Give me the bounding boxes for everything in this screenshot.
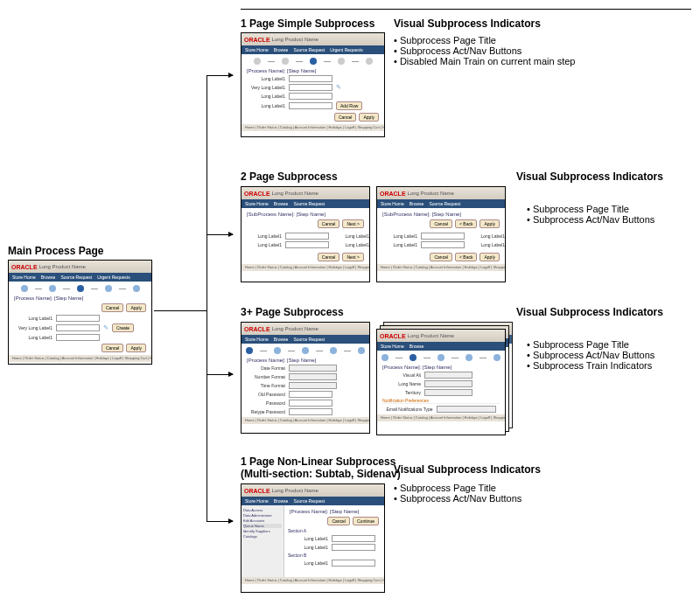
text-input[interactable] — [56, 324, 100, 331]
product-name: Long Product Name — [39, 264, 86, 269]
section-4-title: 1 Page Non-Linear Subprocess — [241, 456, 396, 468]
sidenav-item[interactable]: Data Access — [243, 508, 282, 512]
cancel-button[interactable]: Cancel — [102, 303, 124, 312]
section-4-subtitle: (Multi-section: Subtab, Sidenav) — [241, 468, 401, 480]
section-2-title: 2 Page Subprocess — [241, 170, 338, 183]
sidenav-item[interactable]: Edit Accounts — [243, 518, 282, 523]
arrow-to-s3 — [206, 374, 233, 375]
vsi-title-1: Visual Subprocess Indicators — [394, 17, 541, 30]
addrow-button[interactable]: Add Row — [336, 101, 362, 110]
sidenav: Data Access Data Administrator Edit Acco… — [242, 505, 284, 577]
sidenav-item-active[interactable]: Queue Name — [243, 524, 282, 528]
s3-thumb-stack: ORACLELong Product Name Store HomeBrowse… — [376, 329, 508, 441]
pencil-icon[interactable]: ✎ — [103, 324, 108, 331]
s3-thumb-a: ORACLELong Product Name Store HomeBrowse… — [241, 322, 370, 434]
arrow-to-s4 — [206, 521, 233, 522]
subprocess-train — [242, 347, 369, 354]
text-input[interactable] — [56, 315, 100, 322]
nav-bar: Store Home Browse Source Request Urgent … — [9, 273, 151, 282]
disabled-train — [242, 58, 384, 65]
select[interactable] — [289, 365, 337, 372]
s2-thumb-a: ORACLELong Product Name Store HomeBrowse… — [241, 186, 370, 282]
vsi-title-3: Visual Subprocess Indicators — [516, 306, 663, 318]
vsi-title-2: Visual Subprocess Indicators — [516, 170, 663, 183]
pencil-icon[interactable]: ✎ — [336, 84, 341, 91]
apply-button[interactable]: Apply — [126, 344, 146, 352]
arrow-trunk — [154, 310, 206, 311]
vsi-list-4: Subprocess Page Title Subprocess Act/Nav… — [394, 483, 522, 504]
apply-button[interactable]: Apply — [126, 303, 146, 312]
arrow-to-s2 — [206, 234, 233, 235]
vsi-title-4: Visual Subprocess Indicators — [394, 463, 541, 476]
arrow-vertical — [206, 75, 207, 521]
create-button[interactable]: Create — [112, 323, 134, 332]
sidenav-item[interactable]: Catalogs — [243, 534, 282, 539]
section-1-title: 1 Page Simple Subprocess — [241, 17, 374, 30]
arrow-to-s1 — [206, 75, 233, 76]
vsi-list-3: Subprocess Page Title Subprocess Act/Nav… — [527, 339, 654, 371]
s4-thumbnail: ORACLELong Product Name Store HomeBrowse… — [241, 483, 385, 593]
sidenav-item[interactable]: Data Administrator — [243, 513, 282, 518]
footer: Home | Order Status | Catalog | Account … — [9, 355, 151, 362]
s2-thumb-b: ORACLELong Product Name Store HomeBrowse… — [376, 186, 506, 282]
text-input[interactable] — [56, 334, 100, 341]
oracle-logo: ORACLE — [11, 264, 38, 270]
vsi-list-1: Subprocess Page Title Subprocess Act/Nav… — [394, 35, 575, 66]
s1-thumbnail: ORACLELong Product Name Store HomeBrowse… — [241, 32, 385, 137]
sidenav-item[interactable]: Identify Suppliers — [243, 529, 282, 533]
section-3-title: 3+ Page Subprocess — [241, 306, 344, 318]
top-rule — [241, 9, 691, 10]
main-process-label: Main Process Page — [8, 245, 103, 257]
thumb-header: ORACLE Long Product Name — [9, 261, 151, 273]
main-train — [9, 285, 151, 292]
vsi-list-2: Subprocess Page Title Subprocess Act/Nav… — [527, 204, 654, 225]
step-title: [Process Name]: [Step Name] — [14, 296, 146, 301]
main-process-thumbnail: ORACLE Long Product Name Store Home Brow… — [8, 260, 152, 365]
cancel-button[interactable]: Cancel — [102, 344, 124, 352]
